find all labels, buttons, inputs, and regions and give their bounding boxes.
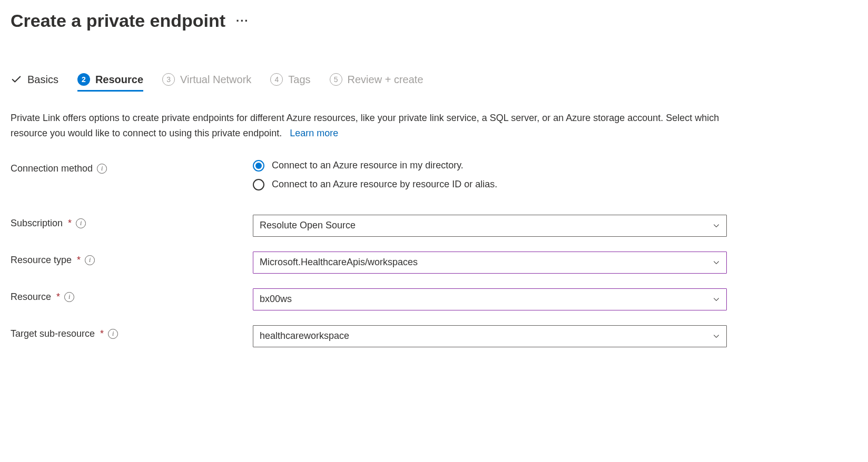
resource-type-select[interactable]: Microsoft.HealthcareApis/workspaces [253,252,727,274]
intro-text: Private Link offers options to create pr… [11,111,737,141]
checkmark-icon [11,74,22,85]
tab-resource[interactable]: 2 Resource [77,73,143,92]
tab-virtual-network[interactable]: 3 Virtual Network [162,73,251,92]
required-indicator: * [100,328,104,339]
radio-icon [253,179,264,190]
info-icon[interactable]: i [108,329,118,339]
radio-connect-directory-label: Connect to an Azure resource in my direc… [272,160,463,171]
tab-basics-label: Basics [27,74,58,86]
info-icon[interactable]: i [85,255,95,265]
chevron-down-icon [713,296,720,303]
tab-basics[interactable]: Basics [11,74,58,92]
target-sub-resource-select[interactable]: healthcareworkspace [253,325,727,347]
connection-method-radio-group: Connect to an Azure resource in my direc… [253,160,727,190]
intro-body: Private Link offers options to create pr… [11,113,719,138]
chevron-down-icon [713,222,720,229]
target-sub-resource-value: healthcareworkspace [260,330,349,342]
info-icon[interactable]: i [76,218,86,228]
target-sub-resource-label: Target sub-resource [11,328,95,339]
tab-review-create-label: Review + create [348,74,423,86]
step-number-icon: 4 [270,73,283,86]
radio-connect-resource-id[interactable]: Connect to an Azure resource by resource… [253,179,727,190]
subscription-value: Resolute Open Source [260,220,356,231]
info-icon[interactable]: i [97,164,107,174]
chevron-down-icon [713,333,720,340]
required-indicator: * [68,218,72,229]
tab-tags[interactable]: 4 Tags [270,73,310,92]
info-icon[interactable]: i [64,292,74,302]
tab-review-create[interactable]: 5 Review + create [330,73,423,92]
step-number-icon: 5 [330,73,342,86]
radio-connect-resource-id-label: Connect to an Azure resource by resource… [272,179,497,190]
learn-more-link[interactable]: Learn more [290,128,338,138]
radio-icon [253,160,264,172]
subscription-select[interactable]: Resolute Open Source [253,215,727,237]
tab-virtual-network-label: Virtual Network [180,74,251,86]
resource-value: bx00ws [260,294,292,305]
wizard-tabs: Basics 2 Resource 3 Virtual Network 4 Ta… [11,73,857,92]
chevron-down-icon [713,259,720,266]
tab-resource-label: Resource [95,74,143,86]
required-indicator: * [77,255,81,266]
page-title: Create a private endpoint [11,11,225,31]
resource-select[interactable]: bx00ws [253,288,727,310]
radio-connect-directory[interactable]: Connect to an Azure resource in my direc… [253,160,727,172]
step-number-icon: 2 [77,73,90,86]
connection-method-label: Connection method [11,163,93,174]
tab-tags-label: Tags [288,74,310,86]
resource-type-label: Resource type [11,255,72,266]
subscription-label: Subscription [11,218,63,229]
step-number-icon: 3 [162,73,175,86]
resource-type-value: Microsoft.HealthcareApis/workspaces [260,257,418,268]
resource-label: Resource [11,292,51,303]
required-indicator: * [56,292,60,303]
more-actions-icon[interactable]: ··· [236,14,249,28]
